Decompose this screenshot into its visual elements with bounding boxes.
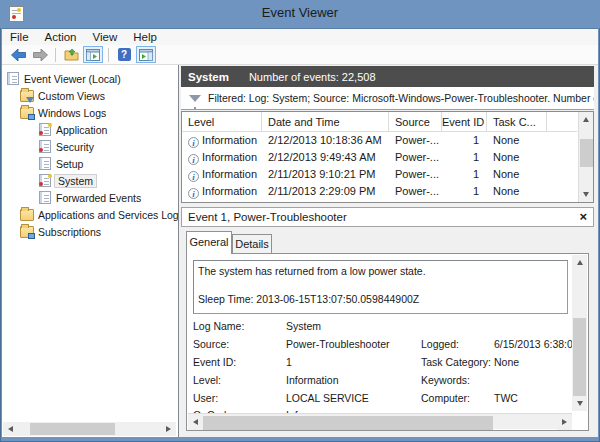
tab-details[interactable]: Details [232,234,272,254]
tree-item-windows-logs[interactable]: Windows Logs [20,104,106,121]
event-log-icon [38,140,52,153]
field-row: Event ID: 1 Task Category: None [187,356,572,372]
results-panel: System Number of events: 22,508 Filtered… [181,65,594,437]
forward-button[interactable] [30,46,50,63]
scrollbar-thumb[interactable] [203,416,493,430]
tree-item-label: Security [56,141,94,153]
event-row[interactable]: iInformation 2/11/2013 9:10:21 PM Power-… [182,166,577,183]
column-header-task-category[interactable]: Task C... [487,112,547,132]
menu-file[interactable]: File [2,30,37,44]
preview-horizontal-scrollbar[interactable] [188,413,572,429]
export-button[interactable] [61,46,81,63]
scroll-down-icon[interactable] [579,187,594,202]
field-label: Task Category: [421,356,491,368]
tree-item-label: Subscriptions [38,226,101,238]
tree-item-application[interactable]: Application [38,121,107,138]
scroll-left-icon[interactable] [3,422,18,436]
sleep-time: Sleep Time: 2013-06-15T13:07:50.05984490… [198,293,419,305]
tree-horizontal-scrollbar[interactable] [3,422,176,436]
tree-item-event-viewer-local[interactable]: Event Viewer (Local) [6,70,121,87]
filter-notification-bar[interactable]: Filtered: Log: System; Source: Microsoft… [181,87,594,110]
action-pane-toggle-button[interactable] [136,46,156,63]
field-row: Level: Information Keywords: [187,374,572,390]
events-table-vertical-scrollbar[interactable] [578,112,593,202]
scroll-up-icon[interactable] [572,255,587,270]
field-value: None [494,356,519,368]
custom-views-folder-icon [20,89,34,102]
close-preview-icon[interactable]: × [579,209,587,224]
event-row[interactable]: iInformation 2/12/2013 10:18:36 AM Power… [182,132,577,149]
plain-log-icon [38,191,52,204]
field-value: 6/15/2013 6:38:04 [494,338,579,350]
back-arrow-icon [11,49,26,61]
console-tree-panel: Event Viewer (Local) Custom Views Window… [2,65,179,437]
scrollbar-track[interactable] [572,270,587,396]
tree-item-label: Event Viewer (Local) [24,73,121,85]
tree-item-custom-views[interactable]: Custom Views [20,87,105,104]
column-header-level[interactable]: Level [182,112,262,132]
scrollbar-thumb[interactable] [30,423,115,435]
information-icon: i [188,171,199,182]
scroll-right-icon[interactable] [557,414,572,430]
field-label: Log Name: [193,320,244,332]
events-count: Number of events: 22,508 [249,71,376,83]
tree-item-security[interactable]: Security [38,138,94,155]
tab-general[interactable]: General [186,231,232,254]
window-title: Event Viewer [0,5,600,20]
open-folder-icon [64,48,79,61]
event-row[interactable]: iInformation 2/11/2013 2:29:09 PM Power-… [182,183,577,200]
general-tab-page: The system has returned from a low power… [186,253,589,431]
main-area: Event Viewer (Local) Custom Views Window… [2,65,598,437]
field-label: Source: [193,338,229,350]
column-header-datetime[interactable]: Date and Time [262,112,389,132]
scroll-up-icon[interactable] [579,112,594,127]
tree-item-system[interactable]: System [38,172,97,189]
event-description: The system has returned from a low power… [198,265,426,277]
scrollbar-thumb[interactable] [573,318,586,396]
field-label: User: [193,392,218,404]
menu-help[interactable]: Help [125,30,165,44]
event-viewer-node-icon [6,72,20,85]
console-tree-icon [86,49,100,61]
preview-pane-header: Event 1, Power-Troubleshooter × [181,207,594,227]
tree-item-forwarded-events[interactable]: Forwarded Events [38,189,141,206]
toolbar: ? [2,45,598,65]
title-bar: Event Viewer [0,0,600,28]
preview-vertical-scrollbar[interactable] [572,255,587,411]
toolbar-separator [55,48,56,62]
tree-item-setup[interactable]: Setup [38,155,83,172]
tree-item-applications-and-services-logs[interactable]: Applications and Services Logs [20,206,179,223]
tree-item-subscriptions[interactable]: Subscriptions [20,223,101,240]
scroll-left-icon[interactable] [188,414,203,430]
preview-title: Event 1, Power-Troubleshooter [188,211,347,223]
column-header-source[interactable]: Source [389,112,442,132]
field-value: System [286,320,321,332]
field-value: 1 [286,356,292,368]
scrollbar-thumb[interactable] [580,139,593,167]
scrollbar-track[interactable] [203,415,557,429]
action-pane-icon [139,49,153,61]
tree-item-label: Applications and Services Logs [38,209,179,221]
scrollbar-track[interactable] [579,127,594,187]
toolbar-separator [108,48,109,62]
field-value: TWC [494,392,518,404]
field-value: LOCAL SERVICE [286,392,369,404]
event-description-box[interactable]: The system has returned from a low power… [193,260,568,314]
field-label: Event ID: [193,356,236,368]
information-icon: i [188,137,199,148]
scrollbar-track[interactable] [18,422,161,436]
windows-logs-folder-icon [20,106,34,119]
scroll-down-icon[interactable] [572,396,587,411]
information-icon: i [188,188,199,199]
help-button[interactable]: ? [114,46,134,63]
column-header-event-id[interactable]: Event ID [442,112,487,132]
events-table: Level Date and Time Source Event ID Task… [181,111,594,203]
field-row: Source: Power-Troubleshooter Logged: 6/1… [187,338,572,354]
event-row[interactable]: iInformation 2/12/2013 9:49:43 AM Power-… [182,149,577,166]
scroll-right-icon[interactable] [161,422,176,436]
menu-view[interactable]: View [85,30,126,44]
back-button[interactable] [8,46,28,63]
menu-action[interactable]: Action [37,30,85,44]
filter-funnel-icon [189,95,201,102]
console-tree-toggle-button[interactable] [83,46,103,63]
